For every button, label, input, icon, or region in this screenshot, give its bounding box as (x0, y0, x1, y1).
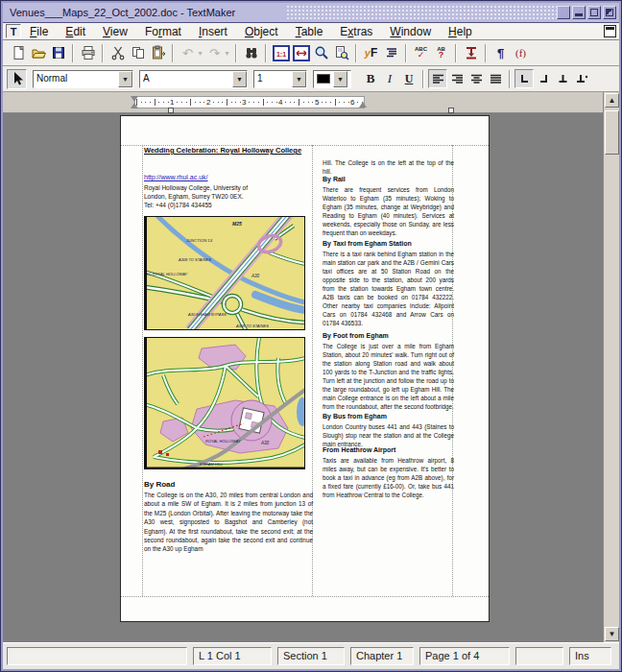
print-button[interactable] (78, 43, 98, 63)
by-foot-heading[interactable]: By Foot from Egham (323, 332, 389, 339)
toolbar-separator (102, 44, 104, 62)
scroll-up-button[interactable]: ▲ (605, 93, 619, 108)
save-button[interactable] (48, 43, 68, 63)
toolbar-separator (355, 44, 357, 62)
object-mode-button[interactable] (7, 69, 27, 89)
vertical-scrollbar[interactable]: ▲ ▼ (603, 92, 619, 642)
window-menu-button[interactable] (557, 6, 570, 19)
svg-text:A30 EGHAM BYPASS: A30 EGHAM BYPASS (187, 312, 227, 317)
close-button[interactable] (603, 6, 616, 19)
arrow-up-icon: ▲ (609, 96, 616, 105)
undo-button[interactable]: ↶ (178, 43, 198, 63)
doc-heading[interactable]: Wedding Celebration: Royal Holloway Coll… (144, 146, 301, 155)
page-preview-button[interactable] (331, 43, 351, 63)
tab-right-button[interactable] (534, 69, 553, 88)
bold-button[interactable]: B (361, 69, 380, 88)
font-color-combo[interactable]: ▼ (313, 70, 351, 88)
menu-file[interactable]: File (21, 24, 57, 39)
ruler-number: 1 (169, 98, 175, 107)
svg-text:A30: A30 (251, 274, 260, 278)
copy-button[interactable] (128, 43, 148, 63)
document-window-icon[interactable] (604, 25, 616, 37)
by-rail-text[interactable]: There are frequent services from London … (323, 185, 454, 237)
font-combo-caret[interactable]: ▼ (232, 71, 247, 87)
menu-edit[interactable]: Edit (57, 24, 94, 39)
left-indent-marker[interactable] (131, 103, 138, 108)
title-bar[interactable]: Venues___Maps_22_Oct_2002.doc - TextMake… (3, 3, 619, 23)
goto-button[interactable] (461, 43, 481, 63)
status-line-col: L 1 Col 1 (193, 647, 272, 665)
menu-window[interactable]: Window (381, 24, 440, 39)
zoom-button[interactable] (311, 43, 331, 63)
align-left-button[interactable] (428, 69, 447, 88)
cut-button[interactable] (108, 43, 128, 63)
right-intro-text[interactable]: Hill. The College is on the left at the … (323, 158, 454, 176)
align-center-button[interactable] (466, 69, 486, 88)
new-document-button[interactable] (8, 43, 28, 63)
document-page[interactable]: Wedding Celebration: Royal Holloway Coll… (120, 115, 490, 622)
right-indent-marker[interactable] (359, 102, 367, 108)
by-taxi-text[interactable]: There is a taxi rank behind Egham statio… (323, 250, 454, 327)
margin-guide-left (142, 145, 143, 596)
thesaurus-button[interactable]: AB? (431, 43, 451, 63)
size-combo[interactable]: 1 ▼ (253, 70, 307, 88)
font-combo[interactable]: A ▼ (139, 70, 248, 88)
menu-insert[interactable]: Insert (190, 24, 236, 39)
first-line-indent-marker[interactable] (131, 96, 138, 102)
redo-button[interactable]: ↷ (204, 43, 225, 63)
menu-extras[interactable]: Extras (331, 24, 381, 39)
maximize-button[interactable] (587, 6, 601, 19)
paragraph-format-button[interactable] (381, 43, 401, 63)
align-right-button[interactable] (447, 69, 466, 88)
heathrow-text[interactable]: Taxis are available from Heathrow airpor… (323, 456, 454, 499)
zoom-100-button[interactable]: 1:1 (271, 43, 291, 63)
color-combo-caret[interactable]: ▼ (333, 71, 347, 87)
style-combo[interactable]: Normal ▼ (33, 70, 133, 88)
menu-help[interactable]: Help (440, 24, 481, 39)
open-button[interactable] (28, 43, 48, 63)
align-justify-button[interactable] (486, 69, 505, 88)
document-canvas[interactable]: Wedding Celebration: Royal Holloway Coll… (3, 113, 603, 642)
search-button[interactable] (241, 43, 261, 63)
size-combo-caret[interactable]: ▼ (292, 71, 306, 87)
align-right-icon (451, 74, 464, 84)
status-empty (515, 647, 563, 665)
doc-address[interactable]: Royal Holloway College, University of Lo… (144, 183, 248, 209)
by-bus-heading[interactable]: By Bus from Egham (323, 413, 387, 420)
functions-button[interactable]: (f) (511, 43, 531, 63)
menu-object[interactable]: Object (236, 24, 287, 39)
map-m25-junction[interactable]: M25 JUNCTION 13 A308 TO STAINES TO ROYAL… (144, 216, 305, 334)
toolbar-separator (509, 70, 511, 88)
status-insert-mode[interactable]: Ins (569, 647, 611, 665)
heathrow-heading[interactable]: From Heathrow Airport (323, 446, 395, 453)
map-campus[interactable]: ROYAL HOLLOWAY A30 EGHAM HILL (144, 337, 305, 473)
menu-table[interactable]: Table (287, 24, 332, 39)
tab-left-button[interactable] (514, 69, 534, 88)
textmaker-window: Venues___Maps_22_Oct_2002.doc - TextMake… (0, 0, 622, 672)
doc-hyperlink[interactable]: http://www.rhul.ac.uk/ (144, 174, 208, 180)
scroll-down-button[interactable]: ▼ (605, 627, 619, 641)
by-road-heading[interactable]: By Road (144, 480, 175, 489)
minimize-button[interactable] (572, 6, 586, 19)
insert-field-button[interactable]: yF (361, 43, 381, 63)
style-combo-caret[interactable]: ▼ (118, 71, 132, 87)
app-icon[interactable]: T (6, 24, 21, 38)
italic-button[interactable]: I (380, 69, 399, 88)
horizontal-ruler[interactable]: 1 2 3 4 5 6 (3, 92, 603, 113)
tab-decimal-button[interactable] (572, 69, 591, 88)
by-road-text[interactable]: The College is on the A30, 20 miles from… (144, 491, 313, 554)
menu-view[interactable]: View (94, 24, 136, 39)
tab-center-button[interactable] (553, 69, 572, 88)
by-bus-text[interactable]: London Country buses 441 and 443 (Staine… (323, 422, 454, 448)
by-foot-text[interactable]: The College is just over a mile from Egh… (323, 342, 454, 411)
formatting-marks-button[interactable]: ¶ (490, 43, 511, 63)
underline-button[interactable]: U (399, 69, 419, 88)
fit-width-button[interactable] (291, 43, 311, 63)
scrollbar-thumb[interactable] (605, 110, 619, 155)
menu-format[interactable]: Format (136, 24, 190, 39)
paste-button[interactable] (148, 43, 168, 63)
by-rail-heading[interactable]: By Rail (323, 176, 346, 182)
spellcheck-button[interactable]: ABC✓ (411, 43, 431, 63)
by-taxi-heading[interactable]: By Taxi from Egham Station (323, 240, 412, 247)
window-title: Venues___Maps_22_Oct_2002.doc - TextMake… (3, 7, 235, 18)
